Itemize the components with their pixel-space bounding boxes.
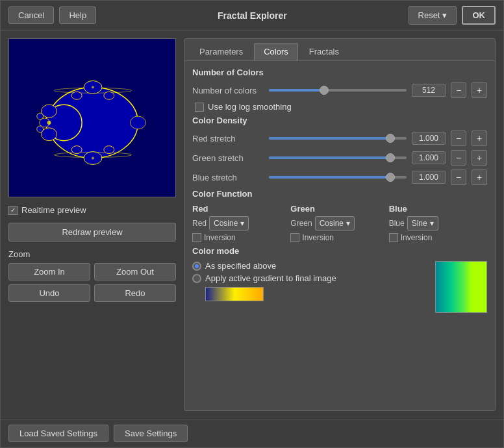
green-stretch-row: Green stretch − + <box>192 150 487 166</box>
color-mode-radios: As specified above Apply active gradient… <box>192 261 430 301</box>
tab-colors[interactable]: Colors <box>254 43 298 60</box>
color-function-heading: Color Function <box>192 189 487 199</box>
radio-gradient-label: Apply active gradient to final image <box>205 273 336 283</box>
blue-inversion-cell: Inversion <box>389 233 487 242</box>
number-of-colors-slider-container <box>269 85 407 95</box>
reset-button[interactable]: Reset ▾ <box>409 6 457 25</box>
blue-stretch-increase[interactable]: + <box>472 169 487 185</box>
left-panel: ✓ Realtime preview Redraw preview Zoom Z… <box>8 38 176 411</box>
title-bar-left: Cancel Help <box>8 6 96 24</box>
number-of-colors-thumb[interactable] <box>320 86 329 95</box>
green-stretch-label: Green stretch <box>192 153 264 163</box>
cf-green-value: Cosine <box>320 219 344 228</box>
cf-green-cell: Green Cosine ▾ <box>290 216 388 230</box>
radio-specified-label: As specified above <box>205 261 276 271</box>
dropdown-arrow-icon: ▾ <box>442 10 447 20</box>
svg-point-20 <box>92 157 94 160</box>
radio-specified[interactable] <box>192 262 201 271</box>
number-of-colors-increase[interactable]: + <box>472 82 487 98</box>
red-stretch-value[interactable] <box>412 132 446 145</box>
red-stretch-increase[interactable]: + <box>472 131 487 146</box>
cancel-button[interactable]: Cancel <box>8 6 54 24</box>
number-of-colors-value[interactable] <box>412 84 446 97</box>
zoom-section: Zoom Zoom In Zoom Out Undo Redo <box>8 249 176 302</box>
green-stretch-increase[interactable]: + <box>472 150 487 166</box>
gradient-bar-container <box>205 287 430 301</box>
cf-green-label: Green <box>290 219 312 228</box>
red-stretch-slider-container <box>269 133 407 143</box>
svg-point-4 <box>42 105 57 118</box>
color-density-heading: Color Density <box>192 116 487 125</box>
blue-stretch-row: Blue stretch − + <box>192 169 487 185</box>
cf-red-arrow-icon: ▾ <box>240 219 244 228</box>
bottom-bar: Load Saved Settings Save Settings <box>1 419 503 447</box>
fractal-preview <box>8 38 176 197</box>
zoom-out-button[interactable]: Zoom Out <box>94 263 176 280</box>
cf-green-header: Green <box>290 204 388 214</box>
title-bar-right: Reset ▾ OK <box>409 6 496 25</box>
save-settings-button[interactable]: Save Settings <box>114 425 188 442</box>
red-stretch-thumb[interactable] <box>386 134 395 143</box>
title-bar: Cancel Help Fractal Explorer Reset ▾ OK <box>1 1 503 31</box>
tab-fractals[interactable]: Fractals <box>299 43 349 60</box>
number-of-colors-label: Number of colors <box>192 86 264 95</box>
redraw-preview-button[interactable]: Redraw preview <box>8 223 176 242</box>
ok-button[interactable]: OK <box>462 6 496 25</box>
svg-point-7 <box>37 113 44 119</box>
log-log-checkbox[interactable] <box>195 103 204 112</box>
radio-gradient[interactable] <box>192 274 201 283</box>
svg-point-13 <box>71 146 82 154</box>
green-inversion-checkbox[interactable] <box>290 233 299 242</box>
color-mode-heading: Color mode <box>192 246 487 256</box>
tab-bar: Parameters Colors Fractals <box>184 39 495 61</box>
color-function-headers: Red Green Blue <box>192 204 487 214</box>
realtime-preview-checkbox[interactable]: ✓ <box>8 206 18 215</box>
help-button[interactable]: Help <box>59 6 96 24</box>
load-saved-settings-button[interactable]: Load Saved Settings <box>8 425 108 442</box>
color-function-dropdowns-row: Red Cosine ▾ Green Cosine ▾ <box>192 216 487 230</box>
tab-parameters[interactable]: Parameters <box>190 43 253 60</box>
green-stretch-decrease[interactable]: − <box>451 150 466 166</box>
cf-red-cell: Red Cosine ▾ <box>192 216 290 230</box>
red-stretch-decrease[interactable]: − <box>451 131 466 146</box>
realtime-preview-row: ✓ Realtime preview <box>8 203 176 218</box>
right-panel: Parameters Colors Fractals Number of Col… <box>184 38 496 411</box>
red-inversion-checkbox[interactable] <box>192 233 201 242</box>
green-inversion-label: Inversion <box>302 233 334 242</box>
undo-button[interactable]: Undo <box>8 284 90 302</box>
realtime-preview-label: Realtime preview <box>21 205 86 215</box>
number-of-colors-heading: Number of Colors <box>192 68 487 77</box>
red-stretch-label: Red stretch <box>192 134 264 143</box>
blue-stretch-slider-container <box>269 172 407 182</box>
cf-blue-value: Sine <box>412 219 427 228</box>
blue-stretch-fill <box>269 176 390 179</box>
colors-tab-content: Number of Colors Number of colors − + <box>184 61 495 410</box>
main-window: Cancel Help Fractal Explorer Reset ▾ OK <box>0 0 504 448</box>
svg-point-5 <box>42 128 57 141</box>
svg-point-14 <box>104 146 114 154</box>
blue-stretch-label: Blue stretch <box>192 173 264 182</box>
cf-red-dropdown[interactable]: Cosine ▾ <box>209 216 249 230</box>
redo-button[interactable]: Redo <box>94 284 176 302</box>
zoom-title: Zoom <box>8 249 176 259</box>
green-stretch-value[interactable] <box>412 151 446 164</box>
window-title: Fractal Explorer <box>218 10 287 21</box>
cf-green-dropdown[interactable]: Cosine ▾ <box>315 216 355 230</box>
blue-stretch-track <box>269 176 407 179</box>
blue-inversion-label: Inversion <box>401 233 433 242</box>
cf-blue-dropdown[interactable]: Sine ▾ <box>407 216 438 230</box>
green-stretch-thumb[interactable] <box>386 153 395 162</box>
blue-inversion-checkbox[interactable] <box>389 233 398 242</box>
zoom-in-button[interactable]: Zoom In <box>8 263 90 280</box>
green-inversion-cell: Inversion <box>290 233 388 242</box>
fractal-image <box>9 39 175 197</box>
svg-point-17 <box>131 116 146 129</box>
log-log-row: Use log log smoothing <box>192 102 487 112</box>
green-stretch-track <box>269 156 407 159</box>
zoom-buttons: Zoom In Zoom Out Undo Redo <box>8 263 176 302</box>
blue-stretch-thumb[interactable] <box>386 173 395 182</box>
blue-stretch-decrease[interactable]: − <box>451 169 466 185</box>
log-log-label: Use log log smoothing <box>208 102 292 112</box>
number-of-colors-decrease[interactable]: − <box>451 82 466 98</box>
blue-stretch-value[interactable] <box>412 171 446 184</box>
